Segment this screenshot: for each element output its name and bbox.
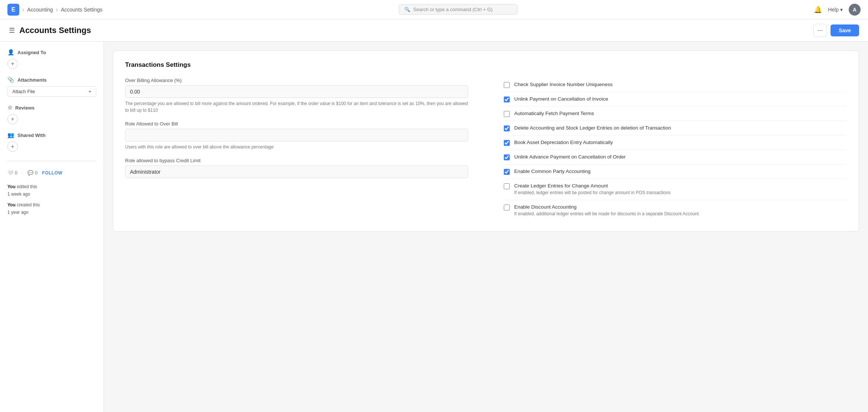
content-area: Transactions Settings Over Billing Allow…: [104, 42, 868, 412]
role-over-bill-group: Role Allowed to Over Bill Users with thi…: [125, 121, 468, 150]
page-header: ☰ Accounts Settings ··· Save: [0, 19, 868, 42]
app-icon[interactable]: E: [7, 4, 19, 16]
left-column: Over Billing Allowance (%) The percentag…: [125, 78, 477, 221]
checkbox-label-cb8: Create Ledger Entries for Change Amount: [514, 183, 608, 189]
checkbox-cb7[interactable]: [504, 169, 510, 175]
page-title: Accounts Settings: [19, 26, 91, 35]
checkbox-group-cb9: Enable Discount AccountingIf enabled, ad…: [504, 200, 847, 221]
sidebar-history: You edited this 1 week ago You created t…: [7, 183, 96, 216]
right-column: Check Supplier Invoice Number Uniqueness…: [495, 78, 847, 221]
edited-history: You edited this 1 week ago: [7, 183, 96, 198]
chevron-down-icon: ▾: [840, 7, 843, 13]
shared-with-title: 👥 Shared With: [7, 132, 96, 138]
sidebar-divider: [7, 161, 96, 161]
topnav-right: 🔔 Help ▾ A: [814, 4, 861, 16]
attachments-title: 📎 Attachments: [7, 76, 96, 83]
checkbox-group-cb4: Delete Accounting and Stock Ledger Entri…: [504, 121, 847, 135]
checkbox-cb5[interactable]: [504, 140, 510, 146]
save-button[interactable]: Save: [831, 24, 859, 36]
page-header-right: ··· Save: [813, 24, 859, 37]
sidebar-meta: 🤍 0 · 💬 0 FOLLOW: [7, 170, 96, 176]
two-col-layout: Over Billing Allowance (%) The percentag…: [125, 78, 847, 221]
search-box[interactable]: 🔍 Search or type a command (Ctrl + G): [399, 4, 518, 15]
checkbox-label-cb7: Enable Common Party Accounting: [514, 169, 591, 174]
notifications-icon[interactable]: 🔔: [814, 6, 822, 14]
checkbox-group-cb8: Create Ledger Entries for Change AmountI…: [504, 179, 847, 200]
hamburger-icon[interactable]: ☰: [9, 26, 15, 35]
share-icon: 👥: [7, 132, 14, 138]
checkbox-cb4[interactable]: [504, 125, 510, 131]
checkbox-cb6[interactable]: [504, 154, 510, 160]
checkbox-group-cb1: Check Supplier Invoice Number Uniqueness: [504, 78, 847, 92]
transactions-section-title: Transactions Settings: [125, 61, 847, 69]
checkbox-label-cb2: Unlink Payment on Cancellation of Invoic…: [514, 96, 608, 102]
user-icon: 👤: [7, 49, 14, 56]
checkbox-label-cb6: Unlink Advance Payment on Cancellation o…: [514, 154, 626, 160]
assigned-to-section: 👤 Assigned To +: [7, 49, 96, 69]
checkbox-group-cb3: Automatically Fetch Payment Terms: [504, 107, 847, 121]
attachments-section: 📎 Attachments Attach File +: [7, 76, 96, 97]
search-placeholder-text: Search or type a command (Ctrl + G): [413, 7, 493, 12]
add-assigned-to-button[interactable]: +: [7, 59, 18, 69]
shared-with-section: 👥 Shared With +: [7, 132, 96, 152]
checkbox-cb8[interactable]: [504, 183, 510, 189]
role-over-bill-helper: Users with this role are allowed to over…: [125, 144, 468, 150]
role-bypass-credit-group: Role allowed to bypass Credit Limit: [125, 158, 468, 178]
star-icon: ☆: [7, 104, 12, 111]
over-billing-helper: The percentage you are allowed to bill m…: [125, 100, 468, 114]
role-bypass-credit-input[interactable]: [125, 166, 468, 178]
reviews-title: ☆ Reviews: [7, 104, 96, 111]
breadcrumb-accounting[interactable]: Accounting: [27, 7, 53, 13]
checkbox-group-cb7: Enable Common Party Accounting: [504, 164, 847, 179]
transactions-settings-card: Transactions Settings Over Billing Allow…: [113, 50, 859, 232]
paperclip-icon: 📎: [7, 76, 14, 83]
checkbox-label-cb5: Book Asset Depreciation Entry Automatica…: [514, 140, 613, 145]
comments-count[interactable]: 💬 0: [27, 170, 37, 176]
top-navigation: E › Accounting › Accounts Settings 🔍 Sea…: [0, 0, 868, 19]
breadcrumb-sep-1: ›: [22, 6, 24, 13]
over-billing-group: Over Billing Allowance (%) The percentag…: [125, 78, 468, 114]
role-over-bill-label: Role Allowed to Over Bill: [125, 121, 468, 127]
avatar[interactable]: A: [849, 4, 861, 16]
role-bypass-credit-label: Role allowed to bypass Credit Limit: [125, 158, 468, 163]
reviews-section: ☆ Reviews +: [7, 104, 96, 124]
add-review-button[interactable]: +: [7, 114, 18, 124]
page-header-left: ☰ Accounts Settings: [9, 26, 91, 35]
follow-button[interactable]: FOLLOW: [42, 170, 62, 176]
over-billing-input[interactable]: [125, 85, 468, 98]
help-button[interactable]: Help ▾: [828, 7, 843, 13]
main-layout: 👤 Assigned To + 📎 Attachments Attach Fil…: [0, 42, 868, 412]
role-over-bill-input[interactable]: [125, 129, 468, 141]
breadcrumb-sep-2: ›: [56, 6, 58, 13]
attach-file-button[interactable]: Attach File +: [7, 86, 96, 97]
checkbox-label-cb9: Enable Discount Accounting: [514, 204, 577, 210]
checkbox-cb9[interactable]: [504, 205, 510, 210]
created-history: You created this 1 year ago: [7, 201, 96, 216]
likes-count[interactable]: 🤍 0: [7, 170, 17, 176]
search-area[interactable]: 🔍 Search or type a command (Ctrl + G): [102, 4, 814, 15]
checkbox-group-cb5: Book Asset Depreciation Entry Automatica…: [504, 135, 847, 150]
checkbox-cb2[interactable]: [504, 97, 510, 102]
checkbox-helper-cb9: If enabled, additional ledger entries wi…: [514, 211, 699, 217]
assigned-to-title: 👤 Assigned To: [7, 49, 96, 56]
search-icon: 🔍: [404, 7, 410, 12]
plus-icon: +: [88, 89, 91, 94]
breadcrumb: E › Accounting › Accounts Settings: [7, 4, 102, 16]
sidebar: 👤 Assigned To + 📎 Attachments Attach Fil…: [0, 42, 104, 412]
checkbox-group-cb2: Unlink Payment on Cancellation of Invoic…: [504, 92, 847, 107]
checkbox-cb1[interactable]: [504, 82, 510, 88]
checkbox-label-cb3: Automatically Fetch Payment Terms: [514, 111, 594, 116]
breadcrumb-accounts-settings: Accounts Settings: [61, 7, 102, 13]
checkbox-helper-cb8: If enabled, ledger entries will be poste…: [514, 190, 670, 196]
checkbox-label-cb1: Check Supplier Invoice Number Uniqueness: [514, 82, 613, 87]
checkbox-label-cb4: Delete Accounting and Stock Ledger Entri…: [514, 125, 671, 131]
checkbox-group-cb6: Unlink Advance Payment on Cancellation o…: [504, 150, 847, 164]
checkbox-cb3[interactable]: [504, 111, 510, 117]
more-options-button[interactable]: ···: [813, 24, 827, 37]
add-shared-with-button[interactable]: +: [7, 141, 18, 152]
over-billing-label: Over Billing Allowance (%): [125, 78, 468, 83]
